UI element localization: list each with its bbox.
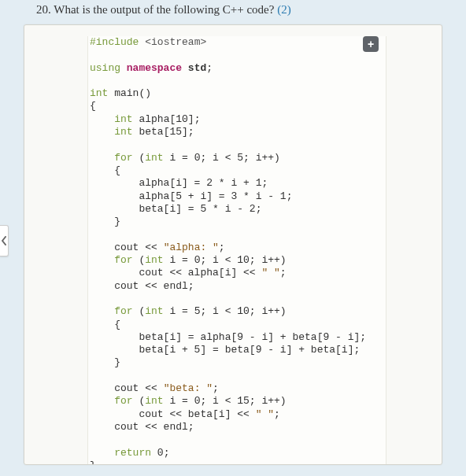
tok: ; [206,62,213,74]
tok: } [90,216,120,227]
side-collapse-tab[interactable] [0,225,9,256]
tok: cout << endl; [90,280,194,292]
tok: cout << alpha[i] << [90,267,261,279]
chevron-left-icon [1,236,7,245]
tok-string: " " [261,267,279,279]
tok: i = 0; i < 5; i++) [164,152,280,164]
expand-icon[interactable]: + [363,36,379,52]
tok: cout << [90,242,164,253]
tok: ( [133,305,146,317]
tok-int: int [90,87,108,99]
tok-return: return [114,447,151,459]
tok: cout << endl; [90,421,194,433]
tok [90,113,114,125]
tok: ; [219,242,225,253]
tok: i = 0; i < 10; i++) [164,254,287,266]
tok: { [90,319,120,330]
tok-for: for [114,254,132,266]
tok: alpha[10]; [133,113,201,125]
tok-std: std [188,62,206,74]
tok-for: for [114,152,132,164]
tok: beta[i + 5] = beta[9 - i] + beta[i]; [90,344,360,356]
question-points: (2) [277,3,291,16]
tok-namespace: namespace [120,62,188,74]
code-content: #include <iostream> using namespace std;… [88,36,386,464]
tok: alpha[i] = 2 * i + 1; [90,177,268,189]
tok-string: " " [256,408,274,420]
tok-int: int [145,152,163,164]
tok [90,254,114,266]
tok: cout << beta[i] << [90,408,256,420]
tok-string: "beta: " [164,382,213,394]
tok: { [90,164,120,176]
tok [90,152,114,164]
tok-for: for [114,305,132,317]
tok: i = 5; i < 10; i++) [164,305,287,317]
tok [90,395,114,407]
tok: 0; [151,447,169,459]
tok: beta[i] = 5 * i - 2; [90,203,261,215]
tok: cout << [90,382,164,394]
tok: } [90,459,96,464]
tok-int: int [114,113,132,125]
tok-using: using [90,62,120,74]
tok-for: for [114,395,132,407]
tok-include: #include [90,36,139,48]
tok: ( [133,152,146,164]
tok: { [90,100,96,112]
code-inner: #include <iostream> using namespace std;… [87,36,386,464]
tok-int: int [145,395,163,407]
tok-int: int [114,126,132,138]
tok-string: "alpha: " [164,242,219,253]
question-header: 20. What is the output of the following … [0,0,466,24]
tok: } [90,356,120,368]
tok: i = 0; i < 15; i++) [164,395,287,407]
tok: ( [133,395,146,407]
tok-int: int [145,254,163,266]
tok [90,447,114,459]
tok: main() [108,87,151,99]
code-block: + #include <iostream> using namespace st… [24,24,442,465]
tok: beta[15]; [133,126,194,138]
tok [90,126,114,138]
tok: ; [213,382,219,394]
tok: alpha[5 + i] = 3 * i - 1; [90,190,292,202]
tok: ( [133,254,146,266]
tok-header: <iostream> [139,36,206,48]
tok: ; [274,408,280,420]
tok: ; [280,267,287,279]
question-text: What is the output of the following C++ … [54,3,274,16]
tok [90,305,114,317]
tok-int: int [145,305,163,317]
tok: beta[i] = alpha[9 - i] + beta[9 - i]; [90,331,366,343]
question-number: 20. [36,3,51,16]
